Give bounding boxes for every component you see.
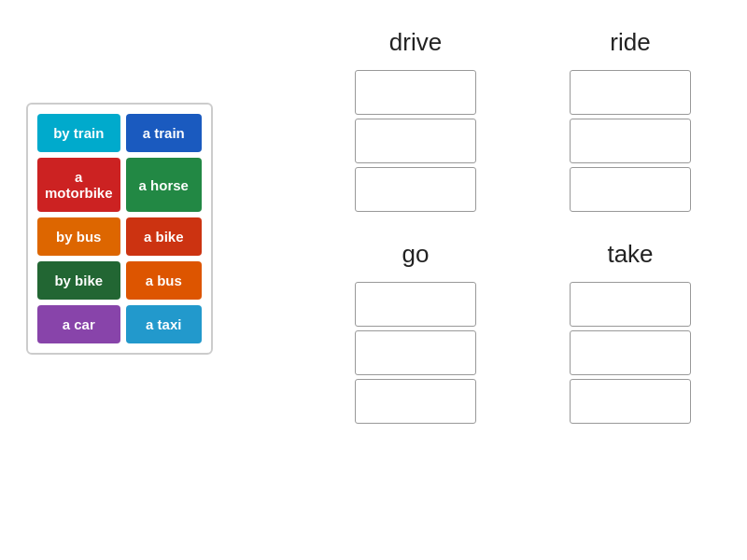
tile-by-bike[interactable]: by bike bbox=[37, 261, 120, 300]
bottom-section: go take bbox=[355, 240, 728, 424]
tile-by-train[interactable]: by train bbox=[37, 114, 120, 152]
bottom-take-column: take bbox=[570, 240, 691, 424]
take-drop-2[interactable] bbox=[570, 330, 691, 375]
ride-drop-column bbox=[570, 70, 691, 212]
tiles-panel: by traina traina motorbikea horseby busa… bbox=[26, 103, 213, 355]
go-drop-3[interactable] bbox=[355, 379, 476, 424]
take-drop-3[interactable] bbox=[570, 379, 691, 424]
tile-a-taxi[interactable]: a taxi bbox=[126, 305, 202, 343]
tile-by-bus[interactable]: by bus bbox=[37, 217, 120, 256]
tile-a-train[interactable]: a train bbox=[126, 114, 202, 152]
ride-drop-1[interactable] bbox=[570, 70, 691, 115]
tile-a-motorbike[interactable]: a motorbike bbox=[37, 158, 120, 212]
drive-drop-column bbox=[355, 70, 476, 212]
category-take: take bbox=[570, 240, 691, 269]
take-drop-1[interactable] bbox=[570, 282, 691, 327]
drive-drop-1[interactable] bbox=[355, 70, 476, 115]
tile-a-car[interactable]: a car bbox=[37, 305, 120, 343]
take-drop-column bbox=[570, 282, 691, 424]
go-drop-2[interactable] bbox=[355, 330, 476, 375]
category-ride: ride bbox=[570, 28, 691, 57]
category-drive: drive bbox=[355, 28, 476, 57]
bottom-go-column: go bbox=[355, 240, 476, 424]
tile-a-bike[interactable]: a bike bbox=[126, 217, 202, 256]
right-panel: drive ride go take bbox=[355, 28, 728, 424]
go-drop-1[interactable] bbox=[355, 282, 476, 327]
ride-drop-2[interactable] bbox=[570, 119, 691, 163]
tile-a-bus[interactable]: a bus bbox=[126, 261, 202, 300]
tile-a-horse[interactable]: a horse bbox=[126, 158, 202, 212]
top-categories-row: drive ride bbox=[355, 28, 728, 57]
top-drop-zones-row bbox=[355, 70, 728, 212]
category-go: go bbox=[355, 240, 476, 269]
ride-drop-3[interactable] bbox=[570, 167, 691, 212]
drive-drop-2[interactable] bbox=[355, 119, 476, 163]
go-drop-column bbox=[355, 282, 476, 424]
drive-drop-3[interactable] bbox=[355, 167, 476, 212]
